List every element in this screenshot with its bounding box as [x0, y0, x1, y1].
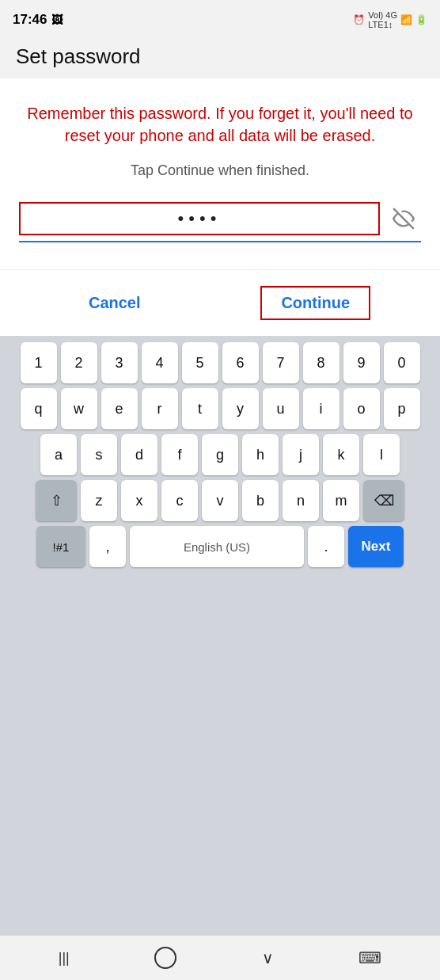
- key-k[interactable]: k: [323, 434, 359, 475]
- key-z[interactable]: z: [81, 480, 117, 521]
- key-a[interactable]: a: [40, 434, 77, 475]
- key-g[interactable]: g: [202, 434, 238, 475]
- key-7[interactable]: 7: [263, 342, 299, 383]
- comma-key[interactable]: ,: [89, 526, 126, 567]
- shift-key[interactable]: ⇧: [36, 480, 77, 521]
- number-row: 1 2 3 4 5 6 7 8 9 0: [3, 342, 437, 383]
- key-t[interactable]: t: [182, 388, 218, 429]
- key-b[interactable]: b: [242, 480, 279, 521]
- key-w[interactable]: w: [61, 388, 97, 429]
- cancel-button[interactable]: Cancel: [70, 288, 160, 318]
- status-icons: ⏰ Vol) 4GLTE1↕ 📶 🔋: [353, 10, 427, 29]
- key-3[interactable]: 3: [101, 342, 138, 383]
- key-s[interactable]: s: [81, 434, 117, 475]
- key-y[interactable]: y: [222, 388, 259, 429]
- key-i[interactable]: i: [303, 388, 339, 429]
- key-4[interactable]: 4: [142, 342, 178, 383]
- key-h[interactable]: h: [242, 434, 279, 475]
- key-f[interactable]: f: [161, 434, 198, 475]
- page-title: Set password: [16, 44, 424, 69]
- status-bar: 17:46 🖼 ⏰ Vol) 4GLTE1↕ 📶 🔋: [0, 0, 440, 35]
- alarm-icon: ⏰: [353, 14, 365, 25]
- home-nav-icon[interactable]: [154, 947, 176, 969]
- key-5[interactable]: 5: [182, 342, 218, 383]
- key-m[interactable]: m: [323, 480, 359, 521]
- warning-text: Remember this password. If you forget it…: [19, 102, 421, 147]
- key-c[interactable]: c: [161, 480, 198, 521]
- key-v[interactable]: v: [202, 480, 238, 521]
- photo-icon: 🖼: [51, 13, 63, 26]
- key-x[interactable]: x: [121, 480, 157, 521]
- key-r[interactable]: r: [142, 388, 178, 429]
- asdf-row: a s d f g h j k l: [3, 434, 437, 475]
- recent-nav-icon[interactable]: ∨: [262, 948, 274, 967]
- key-p[interactable]: p: [384, 388, 420, 429]
- visibility-toggle-icon[interactable]: [386, 201, 421, 236]
- period-key[interactable]: .: [308, 526, 344, 567]
- key-o[interactable]: o: [343, 388, 380, 429]
- key-l[interactable]: l: [363, 434, 400, 475]
- password-input[interactable]: ••••: [19, 202, 380, 235]
- key-2[interactable]: 2: [61, 342, 97, 383]
- key-q[interactable]: q: [21, 388, 57, 429]
- instruction-text: Tap Continue when finished.: [19, 162, 421, 179]
- key-9[interactable]: 9: [343, 342, 380, 383]
- zxcv-row: ⇧ z x c v b n m ⌫: [3, 480, 437, 521]
- status-time: 17:46 🖼: [13, 12, 63, 28]
- action-buttons: Cancel Continue: [0, 269, 440, 336]
- qwerty-row: q w e r t y u i o p: [3, 388, 437, 429]
- bottom-row: !#1 , English (US) . Next: [3, 526, 437, 567]
- signal-icon: 📶: [400, 14, 412, 25]
- key-8[interactable]: 8: [303, 342, 339, 383]
- nav-bar: ||| ∨ ⌨: [0, 936, 440, 980]
- continue-button[interactable]: Continue: [260, 286, 370, 320]
- password-field-wrapper: ••••: [19, 201, 421, 242]
- symbols-key[interactable]: !#1: [36, 526, 85, 567]
- key-u[interactable]: u: [263, 388, 299, 429]
- space-key[interactable]: English (US): [130, 526, 304, 567]
- key-6[interactable]: 6: [222, 342, 259, 383]
- key-j[interactable]: j: [283, 434, 319, 475]
- back-nav-icon[interactable]: |||: [59, 950, 70, 967]
- page-header: Set password: [0, 35, 440, 78]
- key-n[interactable]: n: [283, 480, 319, 521]
- key-e[interactable]: e: [101, 388, 138, 429]
- keyboard-nav-icon[interactable]: ⌨: [358, 948, 381, 967]
- network-label: Vol) 4GLTE1↕: [368, 10, 397, 29]
- backspace-key[interactable]: ⌫: [363, 480, 404, 521]
- keyboard: 1 2 3 4 5 6 7 8 9 0 q w e r t y u i o p …: [0, 336, 440, 936]
- content-card: Remember this password. If you forget it…: [0, 78, 440, 269]
- next-key[interactable]: Next: [348, 526, 404, 567]
- key-1[interactable]: 1: [21, 342, 57, 383]
- battery-icon: 🔋: [415, 14, 427, 25]
- key-0[interactable]: 0: [384, 342, 420, 383]
- key-d[interactable]: d: [121, 434, 157, 475]
